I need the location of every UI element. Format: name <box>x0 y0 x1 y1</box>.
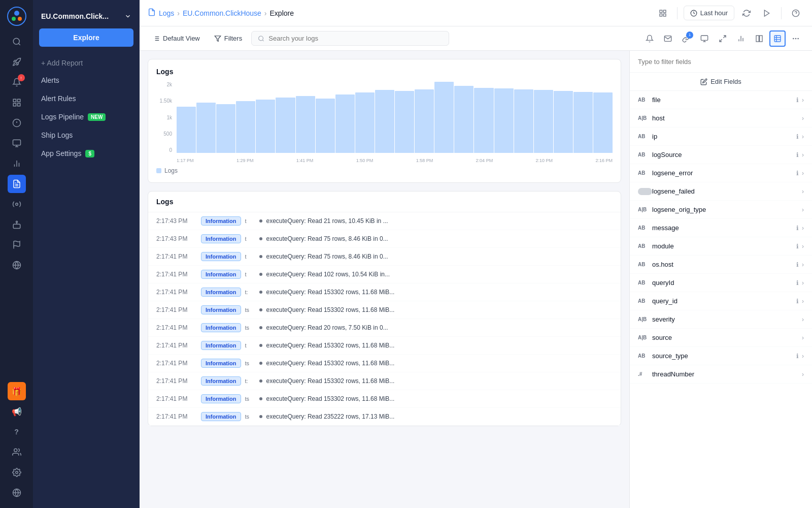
nav-item-alert-rules[interactable]: Alert Rules <box>33 89 140 108</box>
field-item[interactable]: logsene_failed › <box>630 182 812 201</box>
sidebar-item-logs[interactable] <box>8 175 26 193</box>
table-row[interactable]: 2:17:41 PM Information t: executeQuery: … <box>148 283 621 301</box>
field-chevron-icon[interactable]: › <box>802 225 804 232</box>
field-chevron-icon[interactable]: › <box>802 188 804 195</box>
field-item[interactable]: AB queryId ℹ › <box>630 274 812 292</box>
sidebar-item-chart[interactable] <box>8 154 26 173</box>
help-icon[interactable] <box>788 5 804 21</box>
toolbar-expand-icon[interactable] <box>715 30 731 47</box>
field-chevron-icon[interactable]: › <box>802 371 804 378</box>
sidebar-team-icon[interactable] <box>8 443 26 461</box>
nav-app-title[interactable]: EU.Common.Click... <box>33 8 140 28</box>
table-row[interactable]: 2:17:41 PM Information t: executeQuery: … <box>148 372 621 390</box>
toolbar-table-icon[interactable] <box>769 30 786 47</box>
table-row[interactable]: 2:17:41 PM Information t executeQuery: R… <box>148 248 621 266</box>
field-chevron-icon[interactable]: › <box>802 279 804 287</box>
sidebar-help-icon[interactable]: ? <box>8 423 26 441</box>
field-info-icon[interactable]: ℹ <box>796 279 799 287</box>
field-item[interactable]: AB source_type ℹ › <box>630 347 812 365</box>
search-input[interactable] <box>268 35 442 42</box>
toolbar-link-icon[interactable]: 1 <box>678 30 694 47</box>
field-item[interactable]: AB module ℹ › <box>630 237 812 256</box>
default-view-button[interactable]: Default View <box>148 31 205 45</box>
sidebar-item-alerts[interactable]: ! <box>8 73 26 91</box>
field-item[interactable]: A|B severity › <box>630 310 812 329</box>
table-row[interactable]: 2:17:41 PM Information ts executeQuery: … <box>148 355 621 372</box>
field-chevron-icon[interactable]: › <box>802 151 804 158</box>
sidebar-item-rocket[interactable] <box>8 53 26 71</box>
field-info-icon[interactable]: ℹ <box>796 170 799 177</box>
sidebar-gift-icon[interactable]: 🎁 <box>8 382 26 400</box>
sidebar-item-warning[interactable] <box>8 114 26 132</box>
toolbar-more-icon[interactable] <box>788 30 804 47</box>
field-info-icon[interactable]: ℹ <box>796 133 799 140</box>
sidebar-item-monitor[interactable] <box>8 134 26 152</box>
field-info-icon[interactable]: ℹ <box>796 225 799 232</box>
sidebar-megaphone-icon[interactable]: 📢 <box>8 402 26 421</box>
field-chevron-icon[interactable]: › <box>802 316 804 323</box>
field-chevron-icon[interactable]: › <box>802 206 804 213</box>
field-info-icon[interactable]: ℹ <box>796 243 799 250</box>
field-info-icon[interactable]: ℹ <box>796 298 799 305</box>
field-item[interactable]: AB message ℹ › <box>630 219 812 237</box>
edit-fields-button[interactable]: Edit Fields <box>630 73 812 91</box>
sidebar-logo[interactable] <box>7 6 27 26</box>
field-chevron-icon[interactable]: › <box>802 115 804 122</box>
nav-add-report-button[interactable]: + Add Report <box>33 55 140 71</box>
field-info-icon[interactable]: ℹ <box>796 261 799 268</box>
field-item[interactable]: A|B source › <box>630 329 812 347</box>
field-chevron-icon[interactable]: › <box>802 170 804 177</box>
breadcrumb-app[interactable]: EU.Common.ClickHouse <box>183 9 261 17</box>
nav-explore-button[interactable]: Explore <box>39 28 133 47</box>
sidebar-item-planet[interactable] <box>8 256 26 274</box>
sidebar-item-flag[interactable] <box>8 236 26 254</box>
filters-button[interactable]: Filters <box>209 31 247 45</box>
table-row[interactable]: 2:17:41 PM Information t executeQuery: R… <box>148 337 621 355</box>
field-item[interactable]: .# threadNumber › <box>630 365 812 384</box>
field-chevron-icon[interactable]: › <box>802 261 804 268</box>
sidebar-settings-icon[interactable] <box>8 463 26 482</box>
filter-fields-input[interactable] <box>638 58 804 66</box>
refresh-icon[interactable] <box>738 5 755 21</box>
sidebar-globe-icon[interactable] <box>8 484 26 502</box>
field-chevron-icon[interactable]: › <box>802 133 804 140</box>
time-range-button[interactable]: Last hour <box>684 6 734 20</box>
table-row[interactable]: 2:17:43 PM Information t executeQuery: R… <box>148 212 621 230</box>
field-info-icon[interactable]: ℹ <box>796 353 799 360</box>
nav-item-app-settings[interactable]: App Settings $ <box>33 144 140 163</box>
field-item[interactable]: A|B logsene_orig_type › <box>630 201 812 219</box>
nav-item-alerts[interactable]: Alerts <box>33 71 140 89</box>
toolbar-barchart-icon[interactable] <box>733 30 749 47</box>
apps-grid-icon[interactable] <box>655 5 671 21</box>
sidebar-item-search[interactable] <box>8 33 26 51</box>
field-chevron-icon[interactable]: › <box>802 334 804 341</box>
field-chevron-icon[interactable]: › <box>802 298 804 305</box>
sidebar-item-apps[interactable] <box>8 93 26 112</box>
field-item[interactable]: AB os.host ℹ › <box>630 256 812 274</box>
table-row[interactable]: 2:17:43 PM Information t executeQuery: R… <box>148 230 621 248</box>
field-item[interactable]: AB ip ℹ › <box>630 128 812 146</box>
table-row[interactable]: 2:17:41 PM Information t executeQuery: R… <box>148 266 621 283</box>
play-icon[interactable] <box>759 5 775 21</box>
field-item[interactable]: AB query_id ℹ › <box>630 292 812 310</box>
field-item[interactable]: A|B host › <box>630 109 812 128</box>
table-row[interactable]: 2:17:41 PM Information ts executeQuery: … <box>148 408 621 426</box>
sidebar-item-robot[interactable] <box>8 215 26 234</box>
field-item[interactable]: AB file ℹ › <box>630 91 812 109</box>
field-info-icon[interactable]: ℹ <box>796 151 799 158</box>
field-chevron-icon[interactable]: › <box>802 353 804 360</box>
field-info-icon[interactable]: ℹ <box>796 97 799 104</box>
table-row[interactable]: 2:17:41 PM Information ts executeQuery: … <box>148 390 621 408</box>
toolbar-bell-icon[interactable] <box>641 30 658 47</box>
field-chevron-icon[interactable]: › <box>802 97 804 104</box>
toolbar-columns-icon[interactable] <box>751 30 767 47</box>
breadcrumb-logs[interactable]: Logs <box>159 9 174 17</box>
nav-item-logs-pipeline[interactable]: Logs Pipeline NEW <box>33 108 140 126</box>
nav-item-ship-logs[interactable]: Ship Logs <box>33 126 140 144</box>
search-bar[interactable] <box>251 31 449 46</box>
table-row[interactable]: 2:17:41 PM Information ts executeQuery: … <box>148 319 621 337</box>
toolbar-monitor-icon[interactable] <box>696 30 713 47</box>
sidebar-item-integration[interactable] <box>8 195 26 213</box>
field-item[interactable]: AB logSource ℹ › <box>630 146 812 164</box>
toolbar-mail-icon[interactable] <box>660 30 676 47</box>
